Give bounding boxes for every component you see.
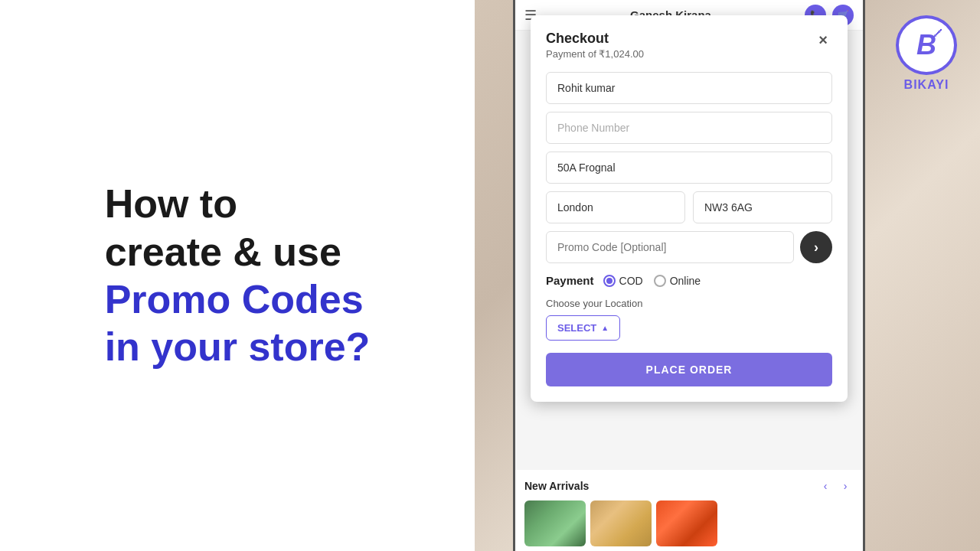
headline-line2: create & use — [105, 230, 341, 274]
product-thumb-3[interactable] — [656, 500, 717, 546]
city-field[interactable] — [546, 191, 685, 223]
checkout-title-group: Checkout Payment of ₹1,024.00 — [546, 31, 644, 60]
next-arrow-icon[interactable]: › — [837, 478, 854, 494]
checkout-title: Checkout — [546, 31, 644, 47]
bikayi-logo: B ⟋ BIKAYI — [888, 15, 965, 92]
headline-line3: Promo Codes — [105, 277, 364, 321]
location-label: Choose your Location — [546, 298, 832, 309]
online-radio-circle — [654, 275, 666, 287]
cod-radio-circle — [603, 275, 616, 287]
new-arrivals-header: New Arrivals ‹ › — [524, 478, 854, 494]
place-order-button[interactable]: PLACE ORDER — [546, 353, 832, 386]
phone-screen: ☰ Ganesh Kirana 📞 🛒 Checkout Payment of … — [513, 0, 865, 551]
modal-header: Checkout Payment of ₹1,024.00 × — [546, 31, 832, 60]
chevron-up-icon: ▲ — [601, 324, 609, 332]
bikayi-brand-text: BIKAYI — [904, 78, 949, 92]
phone-field[interactable] — [546, 112, 832, 144]
product-thumb-2[interactable] — [590, 500, 652, 546]
checkout-modal: Checkout Payment of ₹1,024.00 × › Paymen… — [531, 15, 848, 402]
bikayi-circle: B ⟋ — [896, 15, 957, 75]
select-label: SELECT — [557, 322, 596, 334]
payment-label: Payment — [546, 274, 594, 287]
online-radio[interactable]: Online — [654, 275, 701, 287]
payment-amount: Payment of ₹1,024.00 — [546, 48, 644, 60]
arrow-right-icon: › — [814, 240, 818, 256]
nav-arrows: ‹ › — [817, 478, 854, 494]
city-postcode-row — [546, 191, 832, 223]
cod-label: COD — [619, 275, 643, 287]
online-label: Online — [670, 275, 701, 287]
name-field[interactable] — [546, 72, 832, 104]
location-section: Choose your Location SELECT ▲ — [546, 298, 832, 341]
address-field[interactable] — [546, 152, 832, 184]
right-section: ☰ Ganesh Kirana 📞 🛒 Checkout Payment of … — [475, 0, 980, 551]
headline: How to create & use Promo Codes in your … — [105, 180, 371, 371]
new-arrivals-title: New Arrivals — [524, 480, 589, 492]
headline-line1: How to — [105, 181, 237, 226]
select-location-button[interactable]: SELECT ▲ — [546, 315, 620, 341]
bikayi-slash-icon: ⟋ — [929, 24, 945, 42]
cod-radio[interactable]: COD — [603, 275, 643, 287]
payment-section: Payment COD Online — [546, 274, 832, 287]
promo-apply-button[interactable]: › — [800, 231, 832, 263]
product-thumb-1[interactable] — [524, 500, 586, 546]
prev-arrow-icon[interactable]: ‹ — [817, 478, 834, 494]
promo-input[interactable] — [546, 231, 794, 263]
close-button[interactable]: × — [814, 31, 832, 49]
payment-radio-group: COD Online — [603, 275, 701, 287]
promo-row: › — [546, 231, 832, 263]
product-thumbnails — [524, 500, 854, 546]
headline-line4: in your store? — [105, 324, 371, 369]
postcode-field[interactable] — [693, 191, 832, 223]
new-arrivals-section: New Arrivals ‹ › — [515, 470, 863, 551]
left-section: How to create & use Promo Codes in your … — [0, 0, 475, 551]
